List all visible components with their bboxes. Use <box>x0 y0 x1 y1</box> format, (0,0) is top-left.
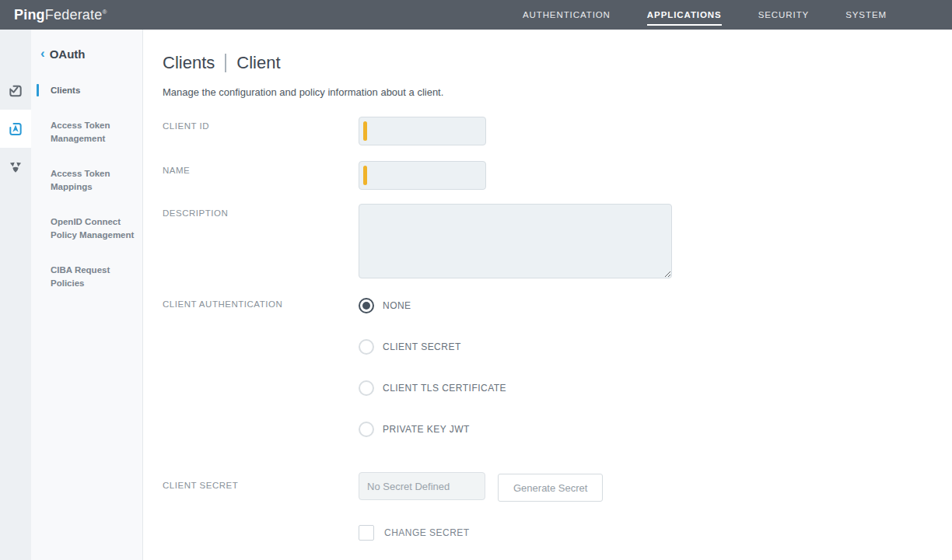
logo-federate: Federate <box>45 7 103 23</box>
client-id-input[interactable] <box>359 117 486 145</box>
radio-button-selected[interactable] <box>359 298 374 313</box>
client-secret-input[interactable] <box>359 472 485 500</box>
top-header: PingFederate® AUTHENTICATION APPLICATION… <box>0 0 952 30</box>
client-id-input-wrap <box>359 117 486 145</box>
security-shield-icon <box>8 159 23 175</box>
radio-option-label: PRIVATE KEY JWT <box>383 424 470 435</box>
name-label: NAME <box>163 161 359 175</box>
client-secret-label: CLIENT SECRET <box>163 472 359 490</box>
logo-ping: Ping <box>14 7 45 23</box>
radio-option-label: CLIENT SECRET <box>383 341 461 352</box>
breadcrumb-client: Client <box>236 53 280 73</box>
sidebar-section-title: OAuth <box>50 47 86 61</box>
rail-item-authentication[interactable] <box>0 72 31 110</box>
description-textarea[interactable] <box>359 204 672 278</box>
rail-item-applications[interactable] <box>0 110 31 148</box>
page-subtitle: Manage the configuration and policy info… <box>163 86 952 98</box>
form-row-name: NAME <box>163 161 952 190</box>
radio-option-none[interactable]: NONE <box>359 298 506 313</box>
name-input-wrap <box>359 161 486 190</box>
client-authentication-radio-group: NONE CLIENT SECRET CLIENT TLS CERTIFICAT… <box>359 298 506 437</box>
chevron-left-icon: ‹ <box>40 47 45 60</box>
generate-secret-button[interactable]: Generate Secret <box>498 474 603 502</box>
main-content: Clients Client Manage the configuration … <box>143 30 952 560</box>
radio-option-client-secret[interactable]: CLIENT SECRET <box>359 339 506 355</box>
description-label: DESCRIPTION <box>163 204 359 218</box>
form-row-change-secret: CHANGE SECRET <box>163 525 952 541</box>
rail-item-security[interactable] <box>0 148 31 186</box>
sidebar-item-label: Access Token Management <box>51 121 110 143</box>
authentication-check-icon <box>8 83 23 99</box>
page-title: Clients Client <box>163 53 952 73</box>
pingfederate-app: PingFederate® AUTHENTICATION APPLICATION… <box>0 0 952 560</box>
sidebar-item-label: Access Token Mappings <box>51 169 110 191</box>
nav-authentication[interactable]: AUTHENTICATION <box>523 7 611 23</box>
sidebar-item-clients[interactable]: Clients <box>31 84 142 97</box>
icon-rail <box>0 30 31 560</box>
change-secret-checkbox[interactable] <box>359 525 374 541</box>
registered-mark: ® <box>102 9 107 16</box>
change-secret-row[interactable]: CHANGE SECRET <box>359 525 470 541</box>
client-form: CLIENT ID NAME DESCRIPTION <box>163 117 952 541</box>
sidebar-back-oauth[interactable]: ‹ OAuth <box>31 47 142 61</box>
title-divider <box>225 54 226 72</box>
form-row-description: DESCRIPTION <box>163 204 952 278</box>
radio-option-client-tls-certificate[interactable]: CLIENT TLS CERTIFICATE <box>359 380 506 396</box>
sidebar-item-openid-connect-policy-management[interactable]: OpenID Connect Policy Management <box>31 215 142 242</box>
sidebar-oauth: ‹ OAuth Clients Access Token Management … <box>31 30 143 560</box>
sidebar-menu: Clients Access Token Management Access T… <box>31 84 142 290</box>
radio-button[interactable] <box>359 422 374 437</box>
nav-applications[interactable]: APPLICATIONS <box>647 7 722 23</box>
sidebar-item-ciba-request-policies[interactable]: CIBA Request Policies <box>31 264 142 290</box>
breadcrumb-clients: Clients <box>163 53 215 73</box>
sidebar-item-access-token-management[interactable]: Access Token Management <box>31 119 142 145</box>
form-row-client-secret: CLIENT SECRET Generate Secret <box>163 472 952 502</box>
body-layout: ‹ OAuth Clients Access Token Management … <box>0 30 952 560</box>
radio-button[interactable] <box>359 339 374 355</box>
form-row-client-id: CLIENT ID <box>163 117 952 145</box>
applications-icon <box>8 121 23 137</box>
change-secret-spacer <box>163 525 359 530</box>
radio-option-label: CLIENT TLS CERTIFICATE <box>383 383 506 394</box>
sidebar-item-access-token-mappings[interactable]: Access Token Mappings <box>31 167 142 194</box>
pingfederate-logo: PingFederate® <box>14 7 107 23</box>
change-secret-label: CHANGE SECRET <box>384 527 470 538</box>
radio-option-label: NONE <box>383 300 411 311</box>
radio-option-private-key-jwt[interactable]: PRIVATE KEY JWT <box>359 422 506 437</box>
radio-button[interactable] <box>359 380 374 396</box>
client-id-label: CLIENT ID <box>163 117 359 131</box>
sidebar-item-label: OpenID Connect Policy Management <box>51 217 134 240</box>
nav-system[interactable]: SYSTEM <box>845 7 887 23</box>
client-secret-controls: Generate Secret <box>359 472 603 502</box>
form-row-client-authentication: CLIENT AUTHENTICATION NONE CLIENT SECRET <box>163 298 952 437</box>
client-authentication-label: CLIENT AUTHENTICATION <box>163 298 359 309</box>
primary-nav: AUTHENTICATION APPLICATIONS SECURITY SYS… <box>523 7 952 23</box>
name-input[interactable] <box>359 161 486 190</box>
sidebar-item-label: CIBA Request Policies <box>51 265 110 288</box>
sidebar-item-label: Clients <box>51 86 80 95</box>
nav-security[interactable]: SECURITY <box>758 7 810 23</box>
active-indicator <box>37 84 39 96</box>
